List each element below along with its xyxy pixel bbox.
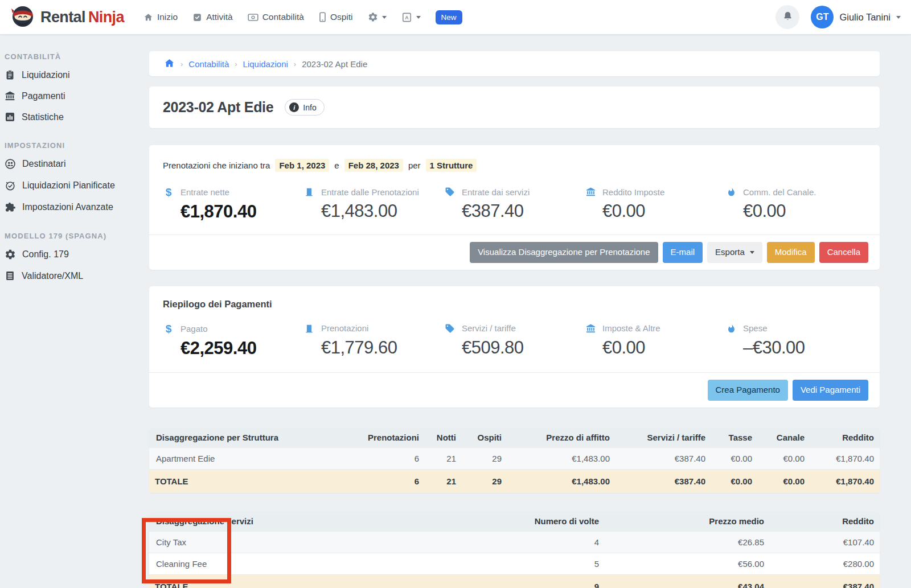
user-name: Giulio Tanini [839,12,891,23]
stat-value: €2,259.40 [163,338,303,359]
mobile-phone-icon [319,12,326,22]
services-table: Disaggregazione servizi Numero di volte … [149,511,880,588]
stat-servizi-tariffe: Servizi / tariffe €509.80 [444,323,585,359]
sidebar-item-config-179[interactable]: Config. 179 [3,244,137,265]
svg-text:A: A [405,15,409,20]
table-row-total: TOTALE 9 €43.04 €387.40 [149,574,880,588]
summary-card: Prenotazioni che iniziano tra Feb 1, 202… [149,145,880,270]
sidebar-item-validatore-xml[interactable]: Validatore/XML [3,265,137,286]
stat-value: €0.00 [725,201,866,221]
payments-card: Riepilogo dei Pagamenti $ Pagato €2,259.… [149,286,880,408]
nav-item-contabilita[interactable]: Contabilità [248,12,304,22]
tag-icon [444,323,456,334]
services-table-card: Disaggregazione servizi Numero di volte … [149,511,880,588]
stat-prenotazioni: Prenotazioni €1,779.60 [303,323,444,359]
home-icon[interactable] [164,58,175,70]
gear-icon [5,249,16,260]
nav-item-inizio[interactable]: Inizio [143,12,178,22]
chevron-down-icon [896,16,901,19]
bank-icon [585,187,596,197]
avatar: GT [811,6,834,28]
navbar-right: GT Giulio Tanini [775,5,901,29]
app-root: RentalNinja Inizio Attività Contabilità [0,0,911,588]
payments-stats: $ Pagato €2,259.40 Prenotazioni €1,779.6… [149,323,880,359]
sidebar-section-title: CONTABILITÀ [5,52,137,61]
structure-table: Disaggregazione per Struttura Prenotazio… [149,427,880,493]
brand-name: RentalNinja [40,9,124,26]
sidebar-item-impostazioni-avanzate[interactable]: Impostazioni Avanzate [3,196,137,218]
stat-comm-canale: Comm. del Canale. €0.00 [725,187,866,222]
breadcrumb-link-contabilita[interactable]: Contabilità [188,59,229,69]
info-button[interactable]: i Info [285,99,324,116]
stat-spese: Spese –€30.00 [725,323,866,359]
chevron-down-icon [382,16,387,19]
building-icon [303,187,315,197]
date-end-chip[interactable]: Feb 28, 2023 [344,159,403,172]
chevron-down-icon [416,16,421,19]
building-icon [303,323,315,334]
sidebar-item-liquidazioni-pianificate[interactable]: Liquidazioni Pianificate [3,175,137,196]
home-icon [143,13,153,22]
main-content: › Contabilità › Liquidazioni › 2023-02 A… [149,34,880,588]
check-square-icon [192,13,202,22]
table-row-apartment-edie: Apartment Edie 6 21 29 €1,483.00 €387.40… [149,447,880,469]
breadcrumb-separator: › [235,60,237,68]
users-icon [5,158,16,170]
stat-reddito-imposte: Reddito Imposte €0.00 [585,187,725,222]
nav-item-ospiti[interactable]: Ospiti [319,12,353,22]
puzzle-icon [5,202,16,213]
filter-line: Prenotazioni che iniziano tra Feb 1, 202… [163,159,866,172]
sidebar: CONTABILITÀ Liquidazioni Pagamenti Stati… [0,34,142,588]
nav-language-dropdown[interactable]: A [401,12,421,23]
breadcrumb-separator: › [294,60,296,68]
nav-settings-dropdown[interactable] [368,12,387,22]
payments-actions: Crea Pagamento Vedi Pagamenti [149,372,880,408]
user-menu[interactable]: GT Giulio Tanini [811,6,901,28]
breadcrumb-link-liquidazioni[interactable]: Liquidazioni [243,59,288,69]
stat-value: –€30.00 [725,338,866,358]
new-badge[interactable]: New [436,10,462,24]
table-row-city-tax: City Tax 4 €26.85 €107.40 [149,531,880,553]
ninja-logo-icon [10,3,35,31]
create-payment-button[interactable]: Crea Pagamento [708,380,788,401]
flame-icon [725,187,737,197]
breadcrumb: › Contabilità › Liquidazioni › 2023-02 A… [149,51,880,76]
dollar-icon: $ [163,323,174,334]
gear-icon [368,12,378,22]
stat-value: €387.40 [444,201,585,221]
dollar-icon: $ [163,187,174,198]
bell-icon [782,10,793,24]
stat-entrate-nette: $ Entrate nette €1,870.40 [163,187,303,222]
sidebar-item-destinatari[interactable]: Destinatari [3,153,137,175]
summary-stats: $ Entrate nette €1,870.40 Entrate dalle … [163,187,866,222]
stat-pagato: $ Pagato €2,259.40 [163,323,303,359]
structure-table-header: Disaggregazione per Struttura Prenotazio… [149,427,880,448]
sidebar-item-liquidazioni[interactable]: Liquidazioni [3,64,137,85]
notifications-button[interactable] [775,5,799,29]
structures-chip[interactable]: 1 Strutture [426,159,477,172]
delete-button[interactable]: Cancella [819,242,868,263]
view-payments-button[interactable]: Vedi Pagamenti [793,380,868,401]
alarm-check-icon [5,180,16,191]
nav-item-attivita[interactable]: Attività [192,12,233,22]
sidebar-item-pagamenti[interactable]: Pagamenti [3,85,137,106]
export-button[interactable]: Esporta [707,242,762,263]
info-icon: i [289,102,299,112]
stat-value: €1,870.40 [163,202,303,222]
document-lines-icon [5,270,15,281]
brand-logo[interactable]: RentalNinja [10,3,124,31]
date-start-chip[interactable]: Feb 1, 2023 [275,159,329,172]
chevron-down-icon [750,251,754,254]
email-button[interactable]: E-mail [663,242,703,263]
stat-value: €0.00 [585,338,725,358]
table-row-total: TOTALE 6 21 29 €1,483.00 €387.40 €0.00 €… [149,469,880,493]
stat-value: €0.00 [585,201,725,221]
view-breakdown-button[interactable]: Visualizza Disaggregazione per Prenotazi… [470,242,658,263]
banknote-icon [248,13,258,22]
table-row-cleaning-fee: Cleaning Fee 5 €56.00 €280.00 [149,553,880,574]
sidebar-item-statistiche[interactable]: Statistiche [3,106,137,128]
flame-icon [725,323,737,334]
edit-button[interactable]: Modifica [767,242,815,263]
services-table-header: Disaggregazione servizi Numero di volte … [149,511,880,532]
bar-chart-icon [5,112,15,122]
